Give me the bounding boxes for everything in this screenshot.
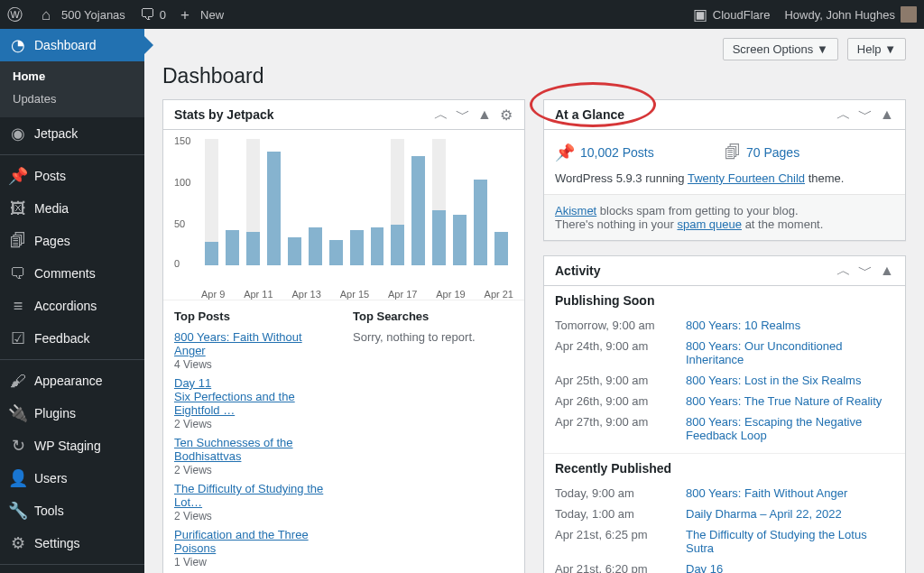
menu-posts[interactable]: 📌Posts: [0, 160, 144, 192]
activity-link[interactable]: 800 Years: Lost in the Six Realms: [686, 374, 861, 387]
activity-link[interactable]: 800 Years: The True Nature of Reality: [686, 394, 882, 408]
menu-dashboard[interactable]: ◔ Dashboard: [0, 29, 144, 61]
chevron-down-icon[interactable]: ﹀: [456, 107, 470, 122]
x-tick-label: Apr 17: [388, 289, 417, 300]
chart-bar[interactable]: [350, 139, 364, 265]
cloudflare-notice[interactable]: ▣ CloudFlare: [686, 0, 778, 29]
menu-post-snippets[interactable]: PsPost Snippets: [0, 569, 144, 573]
top-searches-empty: Sorry, nothing to report.: [353, 330, 513, 344]
chart-bar[interactable]: [411, 139, 425, 265]
menu-tools[interactable]: 🔧Tools: [0, 494, 144, 527]
site-title: 500 Yojanas: [61, 8, 125, 22]
pin-icon: 📌: [555, 143, 575, 162]
site-link[interactable]: ⌂ 500 Yojanas: [34, 0, 133, 29]
admin-menu: ◔ Dashboard Home Updates ◉Jetpack 📌Posts…: [0, 29, 144, 573]
top-post-link[interactable]: 800 Years: Faith Without Anger: [174, 330, 302, 357]
activity-link[interactable]: 800 Years: Escaping the Negative Feedbac…: [686, 415, 862, 442]
wp-logo[interactable]: ⓦ: [0, 0, 34, 29]
comments-link[interactable]: 🗨 0: [133, 0, 173, 29]
menu-accordions[interactable]: ≡Accordions: [0, 290, 144, 322]
chart-bar[interactable]: [371, 139, 384, 265]
activity-box: Activity ︿ ﹀ ▲ Publishing Soon Tomorrow,…: [543, 255, 906, 573]
help-button[interactable]: Help ▼: [847, 38, 906, 60]
chart-bar[interactable]: [309, 139, 322, 265]
top-post-item: The Difficulty of Studying the Lot…2 Vie…: [174, 482, 335, 522]
page-title: Dashboard: [162, 60, 906, 99]
top-post-item: Ten Suchnesses of the Bodhisattvas2 View…: [174, 436, 335, 476]
move-up-icon[interactable]: ▲: [880, 107, 894, 122]
activity-link[interactable]: 800 Years: Faith Without Anger: [686, 486, 847, 500]
chart-bar[interactable]: [205, 139, 218, 265]
glance-posts[interactable]: 📌 10,002 Posts: [555, 143, 725, 162]
menu-wpstaging[interactable]: ↻WP Staging: [0, 430, 144, 462]
menu-plugins[interactable]: 🔌Plugins: [0, 397, 144, 430]
activity-when: Apr 24th, 9:00 am: [555, 339, 686, 366]
chevron-up-icon[interactable]: ︿: [836, 263, 851, 278]
activity-link[interactable]: 800 Years: 10 Realms: [686, 319, 800, 332]
glance-box: At a Glance ︿ ﹀ ▲ 📌 10,002 Posts: [543, 99, 906, 241]
accordion-icon: ≡: [9, 297, 27, 315]
submenu-updates[interactable]: Updates: [0, 88, 144, 110]
activity-row: Apr 26th, 9:00 am800 Years: The True Nat…: [555, 391, 894, 411]
activity-when: Apr 25th, 9:00 am: [555, 374, 686, 387]
plugin-icon: 🔌: [9, 404, 27, 422]
chart-bar[interactable]: [226, 139, 239, 265]
stats-header: Stats by Jetpack ︿ ﹀ ▲ ⚙: [163, 100, 524, 130]
menu-users[interactable]: 👤Users: [0, 462, 144, 494]
spam-queue-link[interactable]: spam queue: [677, 217, 742, 231]
menu-media[interactable]: 🖾Media: [0, 192, 144, 225]
menu-settings[interactable]: ⚙Settings: [0, 527, 144, 559]
top-posts-title: Top Posts: [174, 310, 335, 323]
activity-when: Apr 26th, 9:00 am: [555, 394, 686, 408]
menu-comments[interactable]: 🗨Comments: [0, 257, 144, 290]
top-post-views: 4 Views: [174, 358, 335, 371]
submenu-home[interactable]: Home: [0, 65, 144, 88]
chevron-up-icon[interactable]: ︿: [836, 107, 851, 122]
chart-bar[interactable]: [474, 139, 487, 265]
top-post-link[interactable]: Ten Suchnesses of the Bodhisattvas: [174, 436, 293, 463]
top-post-link[interactable]: Purification and the Three Poisons: [174, 528, 309, 555]
chart-bar[interactable]: [494, 139, 508, 265]
top-searches-title: Top Searches: [353, 310, 513, 323]
chart-bar[interactable]: [453, 139, 467, 265]
menu-separator: [0, 564, 144, 565]
activity-link[interactable]: 800 Years: Our Unconditioned Inheritance: [686, 339, 842, 366]
chart-bar[interactable]: [288, 139, 301, 265]
settings-icon: ⚙: [9, 534, 27, 552]
glance-pages[interactable]: 🗐 70 Pages: [725, 143, 894, 162]
top-posts-section: Top Posts 800 Years: Faith Without Anger…: [174, 310, 335, 573]
menu-separator: [0, 154, 144, 155]
activity-link[interactable]: The Difficulty of Studying the Lotus Sut…: [686, 528, 867, 555]
chevron-down-icon[interactable]: ﹀: [858, 107, 873, 122]
activity-link[interactable]: Day 16: [686, 562, 723, 573]
top-post-link[interactable]: Six Perfections and the Eightfold …: [174, 390, 295, 417]
chart-bar[interactable]: [391, 139, 404, 265]
chevron-down-icon[interactable]: ﹀: [858, 263, 873, 278]
chart-bar[interactable]: [329, 139, 343, 265]
top-post-link[interactable]: The Difficulty of Studying the Lot…: [174, 482, 323, 509]
menu-appearance[interactable]: 🖌Appearance: [0, 365, 144, 397]
activity-link[interactable]: Daily Dharma – April 22, 2022: [686, 507, 842, 521]
screen-options-button[interactable]: Screen Options ▼: [723, 38, 838, 60]
menu-jetpack[interactable]: ◉Jetpack: [0, 117, 144, 150]
theme-link[interactable]: Twenty Fourteen Child: [688, 171, 805, 185]
feedback-icon: ☑: [9, 329, 27, 347]
menu-feedback[interactable]: ☑Feedback: [0, 322, 144, 355]
chart-bar[interactable]: [267, 139, 281, 265]
stats-chart[interactable]: 150 100 50 0: [174, 139, 513, 283]
chart-bar[interactable]: [432, 139, 446, 265]
chevron-up-icon[interactable]: ︿: [434, 107, 448, 122]
chart-bar[interactable]: [246, 139, 260, 265]
settings-icon[interactable]: ⚙: [499, 107, 513, 122]
move-up-icon[interactable]: ▲: [477, 107, 492, 122]
pin-icon: 📌: [9, 167, 27, 185]
howdy-user[interactable]: Howdy, John Hughes: [777, 0, 924, 29]
activity-row: Apr 21st, 6:20 pmDay 16: [555, 559, 894, 573]
x-tick-label: Apr 9: [201, 289, 225, 300]
menu-pages[interactable]: 🗐Pages: [0, 225, 144, 257]
main-content: Screen Options ▼ Help ▼ Dashboard Stats …: [144, 29, 924, 573]
new-link[interactable]: + New: [173, 0, 231, 29]
top-post-link[interactable]: Day 11: [174, 376, 211, 390]
move-up-icon[interactable]: ▲: [880, 263, 894, 278]
akismet-link[interactable]: Akismet: [555, 204, 596, 217]
